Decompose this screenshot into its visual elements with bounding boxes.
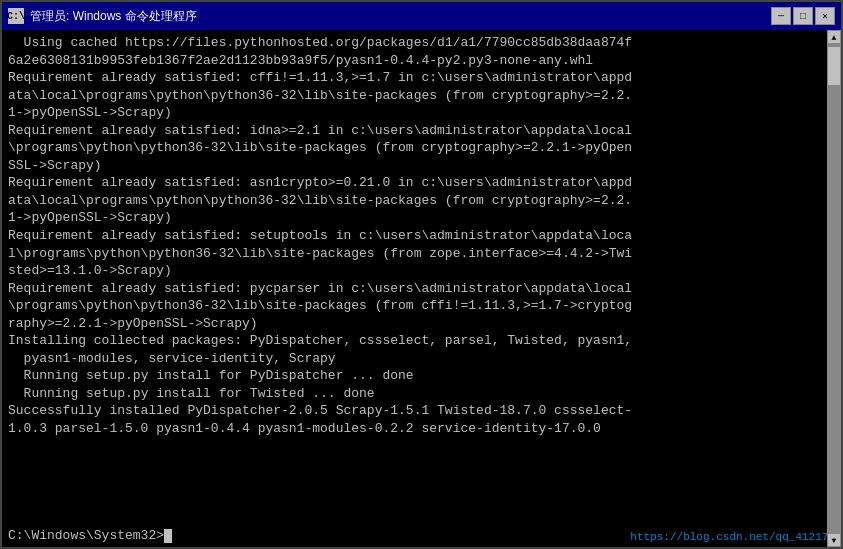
- prompt-text: C:\Windows\System32>: [8, 528, 164, 543]
- scrollbar-thumb[interactable]: [827, 46, 841, 86]
- terminal-output: Using cached https://files.pythonhosted.…: [8, 34, 823, 438]
- title-bar: C:\ 管理员: Windows 命令处理程序 ─ □ ✕: [2, 2, 841, 30]
- window-title: 管理员: Windows 命令处理程序: [30, 8, 197, 25]
- maximize-button[interactable]: □: [793, 7, 813, 25]
- cmd-icon: C:\: [8, 8, 24, 24]
- close-button[interactable]: ✕: [815, 7, 835, 25]
- bottom-bar: C:\Windows\System32> https://blog.csdn.n…: [2, 526, 841, 547]
- scroll-up-arrow[interactable]: ▲: [827, 30, 841, 44]
- scrollbar-track: [827, 44, 841, 533]
- terminal-body: Using cached https://files.pythonhosted.…: [2, 30, 841, 526]
- minimize-button[interactable]: ─: [771, 7, 791, 25]
- watermark: https://blog.csdn.net/qq_41217l: [630, 531, 835, 543]
- scrollbar[interactable]: ▲ ▼: [827, 30, 841, 547]
- command-prompt: C:\Windows\System32>: [8, 528, 172, 543]
- cursor: [164, 529, 172, 543]
- title-buttons: ─ □ ✕: [771, 7, 835, 25]
- scroll-down-arrow[interactable]: ▼: [827, 533, 841, 547]
- title-bar-left: C:\ 管理员: Windows 命令处理程序: [8, 8, 197, 25]
- window: C:\ 管理员: Windows 命令处理程序 ─ □ ✕ Using cach…: [0, 0, 843, 549]
